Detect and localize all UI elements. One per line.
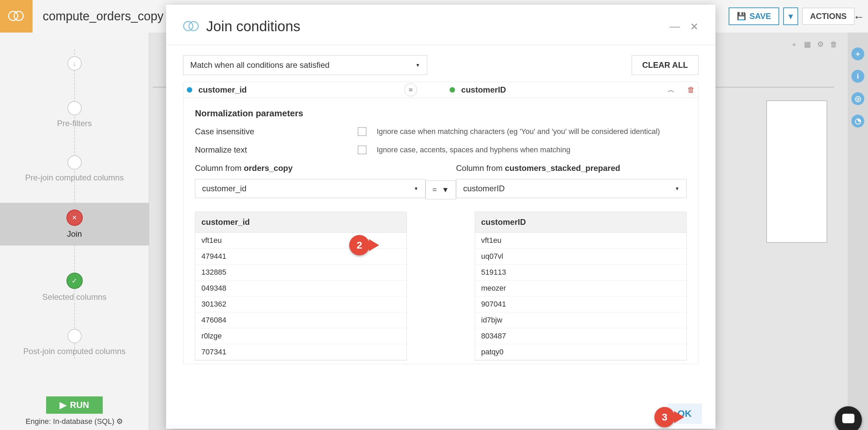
modal-body: Match when all conditions are satisfied … (166, 45, 715, 429)
table-row: 803487 (475, 328, 686, 344)
check-icon: ✓ (66, 273, 83, 289)
modal-backdrop: Join conditions — ✕ Match when all condi… (0, 0, 868, 430)
left-column-block: Column from orders_copy customer_id ▼ (195, 163, 426, 198)
table-row: 519113 (475, 265, 686, 280)
left-column-select[interactable]: customer_id ▼ (195, 179, 426, 198)
match-mode-select[interactable]: Match when all conditions are satisfied … (183, 55, 427, 75)
join-conditions-modal: Join conditions — ✕ Match when all condi… (166, 5, 715, 429)
table-row: 707341 (195, 344, 407, 360)
left-preview-header: customer_id (195, 212, 407, 233)
delete-condition-icon[interactable]: 🗑 (687, 85, 695, 94)
annotation-badge-3: 3 (654, 407, 675, 427)
table-row: vft1eu (475, 233, 686, 249)
operator-select[interactable]: = ▼ (426, 180, 456, 199)
operator-value: = (432, 185, 437, 194)
error-icon: ✕ (66, 210, 83, 226)
help-chat-button[interactable] (835, 406, 862, 430)
case-insensitive-checkbox[interactable] (358, 127, 367, 136)
match-mode-value: Match when all conditions are satisfied (190, 60, 330, 70)
condition-left-column: customer_id (198, 85, 247, 95)
column-selects-row: Column from orders_copy customer_id ▼ Co… (195, 163, 687, 198)
table-row: 301362 (195, 296, 407, 312)
normalize-text-row: Normalize text Ignore case, accents, spa… (195, 145, 687, 155)
condition-right-column: customerID (461, 85, 506, 95)
condition-panel: Normalization parameters Case insensitiv… (183, 98, 698, 364)
step-circle (67, 101, 82, 115)
left-preview-table: customer_id vft1eu4794411328850493483013… (195, 212, 407, 360)
match-mode-row: Match when all conditions are satisfied … (183, 55, 698, 75)
right-preview-header: customerID (475, 212, 686, 233)
step-circle (67, 329, 82, 343)
operator-select-wrap: = ▼ (426, 180, 456, 199)
preview-tables: customer_id vft1eu4794411328850493483013… (195, 212, 687, 360)
condition-operator: = (404, 83, 417, 96)
left-column-value: customer_id (202, 184, 246, 193)
case-insensitive-description: Ignore case when matching characters (eg… (377, 127, 660, 136)
collapse-icon[interactable]: ︿ (668, 85, 674, 95)
arrow-down-icon: ↓ (67, 56, 82, 71)
chevron-down-icon: ▼ (442, 185, 449, 194)
normalize-text-description: Ignore case, accents, spaces and hyphens… (377, 145, 570, 154)
case-insensitive-row: Case insensitive Ignore case when matchi… (195, 127, 687, 136)
chevron-down-icon: ▼ (415, 62, 420, 68)
right-column-block: Column from customers_stacked_prepared c… (456, 163, 687, 198)
table-row: patqy0 (475, 344, 686, 360)
right-column-select[interactable]: customerID ▼ (456, 179, 687, 198)
normalize-text-checkbox[interactable] (358, 145, 367, 154)
table-row: meozer (475, 280, 686, 296)
condition-summary[interactable]: customer_id = customerID ︿ 🗑 (183, 82, 698, 98)
table-row: 476084 (195, 312, 407, 328)
normalization-title: Normalization parameters (195, 108, 687, 119)
table-row: 907041 (475, 296, 686, 312)
close-icon[interactable]: ✕ (690, 21, 698, 33)
table-row: uq07vl (475, 249, 686, 265)
clear-all-button[interactable]: CLEAR ALL (632, 55, 698, 75)
join-icon (183, 21, 199, 32)
normalize-text-label: Normalize text (195, 145, 358, 155)
modal-header: Join conditions — ✕ (166, 5, 715, 45)
left-column-from: Column from orders_copy (195, 163, 426, 173)
table-row: 132885 (195, 265, 407, 280)
right-dataset-dot (450, 87, 455, 93)
table-row: r0lzge (195, 328, 407, 344)
step-circle (67, 155, 82, 170)
modal-title: Join conditions (206, 18, 659, 35)
right-column-value: customerID (463, 184, 505, 193)
right-column-from: Column from customers_stacked_prepared (456, 163, 687, 173)
chevron-down-icon: ▼ (675, 186, 679, 191)
case-insensitive-label: Case insensitive (195, 127, 358, 136)
minimize-icon[interactable]: — (670, 21, 680, 32)
table-row: 049348 (195, 280, 407, 296)
right-preview-table: customerID vft1euuq07vl519113meozer90704… (475, 212, 687, 360)
table-row: id7bjw (475, 312, 686, 328)
annotation-badge-2: 2 (349, 235, 370, 255)
left-dataset-dot (187, 87, 192, 93)
chevron-down-icon: ▼ (414, 186, 418, 191)
